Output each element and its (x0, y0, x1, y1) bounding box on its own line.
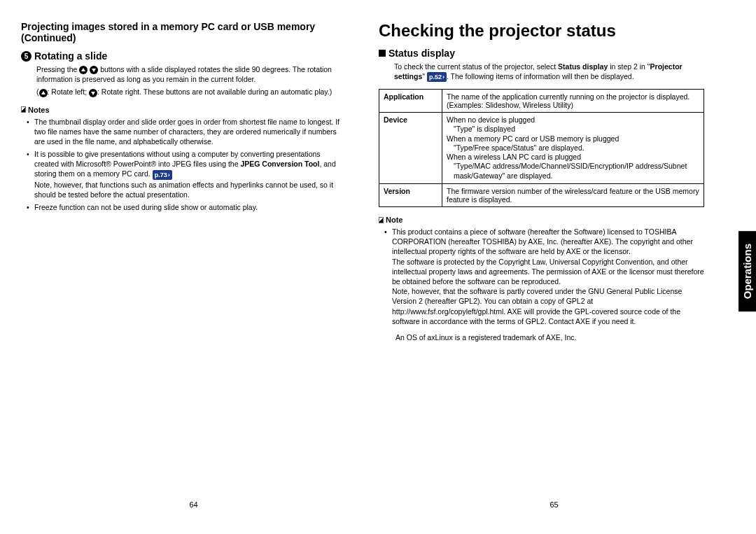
down-button-icon (90, 66, 98, 74)
note-heading: Note (379, 216, 704, 224)
cell-application-body: The name of the application currently ru… (442, 90, 704, 113)
section-tab: Operations (738, 231, 756, 311)
table-row: Application The name of the application … (379, 90, 704, 113)
cell-device-body: When no device is plugged "Type" is disp… (442, 113, 704, 184)
page-number-right: 65 (550, 500, 558, 509)
up-button-icon (79, 66, 88, 74)
note-item: The thumbnail display order and slide or… (29, 117, 346, 147)
cell-version-header: Version (379, 184, 442, 207)
note-item: This product contains a piece of softwar… (387, 227, 704, 326)
cell-device-header: Device (379, 113, 442, 184)
right-page: Checking the projector status Status dis… (366, 21, 742, 513)
status-intro: To check the current status of the proje… (379, 62, 704, 82)
notes-heading: Notes (21, 106, 346, 114)
down-button-icon (89, 89, 97, 97)
continued-header: Projecting images stored in a memory PC … (21, 21, 346, 43)
page-ref-badge: p.52› (427, 72, 447, 82)
notes-list: The thumbnail display order and slide or… (21, 117, 346, 213)
up-button-icon (39, 89, 48, 97)
table-row: Version The firmware version number of t… (379, 184, 704, 207)
cell-application-header: Application (379, 90, 442, 113)
page-ref-badge: p.73› (153, 170, 172, 180)
note-item: It is possible to give presentations wit… (29, 149, 346, 199)
left-page: Projecting images stored in a memory PC … (21, 21, 366, 513)
note-marker-icon (379, 217, 384, 223)
note-list: This product contains a piece of softwar… (379, 227, 704, 326)
note-item: Freeze function can not be used during s… (29, 202, 346, 212)
rotating-slide-heading: 5 Rotating a slide (21, 50, 346, 62)
page-number-left: 64 (189, 500, 197, 509)
cell-version-body: The firmware version number of the wirel… (442, 184, 704, 207)
square-bullet-icon (379, 50, 386, 57)
page-spread: Projecting images stored in a memory PC … (0, 0, 756, 534)
rotating-slide-title: Rotating a slide (34, 50, 107, 62)
status-display-heading: Status display (379, 48, 704, 59)
trademark-text: An OS of axLinux is a registered tradema… (379, 333, 704, 342)
note-marker-icon (21, 106, 26, 113)
rotating-para-2: (: Rotate left; : Rotate right. These bu… (36, 87, 346, 97)
page-title: Checking the projector status (379, 21, 704, 41)
table-row: Device When no device is plugged "Type" … (379, 113, 704, 184)
status-table: Application The name of the application … (379, 89, 704, 207)
step-number-icon: 5 (21, 51, 31, 62)
rotating-body: Pressing the buttons with a slide displa… (21, 64, 346, 97)
rotating-para-1: Pressing the buttons with a slide displa… (36, 64, 346, 84)
